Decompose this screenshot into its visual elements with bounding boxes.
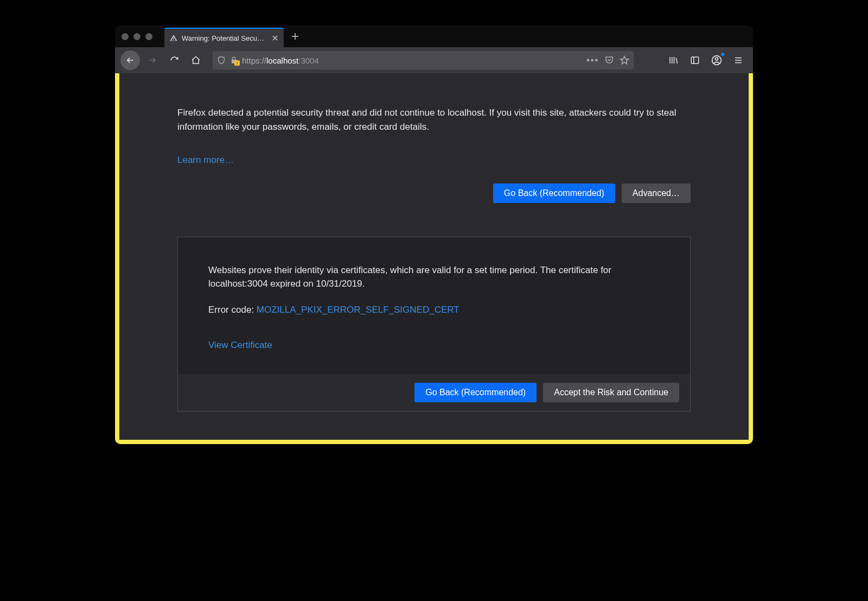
tab-title: Warning: Potential Security Risk bbox=[182, 34, 266, 42]
page-actions-button[interactable]: ••• bbox=[586, 55, 599, 65]
warning-body-text: Firefox detected a potential security th… bbox=[177, 106, 691, 134]
home-button[interactable] bbox=[187, 51, 205, 69]
advanced-panel-footer: Go Back (Recommended) Accept the Risk an… bbox=[178, 374, 690, 411]
svg-rect-0 bbox=[691, 57, 699, 64]
primary-button-row: Go Back (Recommended) Advanced… bbox=[177, 184, 691, 203]
url-text: https://localhost:3004 bbox=[242, 56, 582, 65]
tracking-protection-icon[interactable] bbox=[217, 55, 226, 65]
advanced-panel: Websites prove their identity via certif… bbox=[177, 237, 691, 412]
tab-bar: Warning: Potential Security Risk bbox=[115, 26, 753, 47]
bookmark-star-icon[interactable] bbox=[620, 55, 629, 65]
error-code-link[interactable]: MOZILLA_PKIX_ERROR_SELF_SIGNED_CERT bbox=[257, 305, 459, 315]
warning-icon bbox=[170, 34, 177, 42]
security-warning-page: Firefox detected a potential security th… bbox=[119, 73, 749, 440]
go-back-button[interactable]: Go Back (Recommended) bbox=[493, 184, 615, 203]
forward-button bbox=[143, 51, 162, 69]
navigation-toolbar: ! https://localhost:3004 ••• bbox=[115, 47, 753, 73]
back-button[interactable] bbox=[120, 50, 140, 70]
url-scheme: https:// bbox=[242, 56, 266, 65]
library-button[interactable] bbox=[664, 51, 682, 69]
window-controls bbox=[122, 33, 152, 40]
url-host: localhost bbox=[266, 56, 298, 65]
browser-tab[interactable]: Warning: Potential Security Risk bbox=[164, 28, 284, 47]
pocket-icon[interactable] bbox=[604, 55, 614, 65]
learn-more-link[interactable]: Learn more… bbox=[177, 155, 234, 165]
content-viewport: Firefox detected a potential security th… bbox=[115, 73, 753, 444]
url-bar-actions: ••• bbox=[586, 55, 629, 65]
new-tab-button[interactable] bbox=[287, 28, 303, 45]
browser-window: Warning: Potential Security Risk bbox=[115, 26, 753, 444]
close-window-button[interactable] bbox=[122, 33, 129, 40]
advanced-panel-body: Websites prove their identity via certif… bbox=[178, 237, 690, 374]
warning-badge-icon: ! bbox=[234, 60, 240, 66]
maximize-window-button[interactable] bbox=[145, 33, 152, 40]
sidebar-button[interactable] bbox=[686, 51, 704, 69]
account-button[interactable] bbox=[707, 51, 726, 69]
error-code-line: Error code: MOZILLA_PKIX_ERROR_SELF_SIGN… bbox=[208, 303, 660, 317]
svg-point-2 bbox=[716, 58, 718, 60]
close-tab-button[interactable] bbox=[271, 34, 279, 42]
url-port: :3004 bbox=[298, 56, 319, 65]
view-certificate-link[interactable]: View Certificate bbox=[208, 338, 272, 352]
notification-dot-icon bbox=[720, 52, 725, 56]
address-bar[interactable]: ! https://localhost:3004 ••• bbox=[213, 51, 634, 69]
accept-risk-button[interactable]: Accept the Risk and Continue bbox=[543, 383, 679, 402]
panel-go-back-button[interactable]: Go Back (Recommended) bbox=[414, 383, 537, 402]
certificate-explanation: Websites prove their identity via certif… bbox=[208, 263, 660, 291]
reload-button[interactable] bbox=[165, 51, 183, 69]
error-code-label: Error code: bbox=[208, 305, 257, 315]
connection-insecure-icon[interactable]: ! bbox=[230, 56, 238, 65]
advanced-button[interactable]: Advanced… bbox=[622, 184, 691, 203]
app-menu-button[interactable] bbox=[729, 51, 748, 69]
minimize-window-button[interactable] bbox=[133, 33, 141, 40]
